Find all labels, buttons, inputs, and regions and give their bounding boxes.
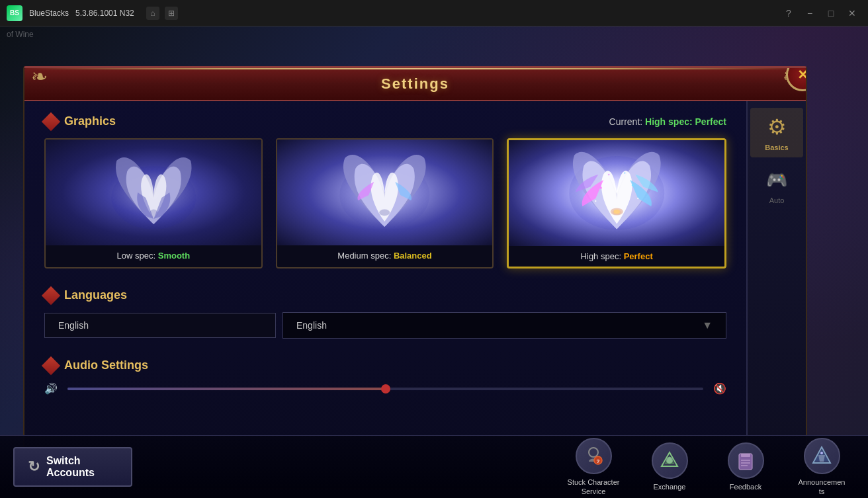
graphics-section: Graphics Current: High spec: Perfect bbox=[44, 114, 726, 269]
basics-gear-icon: ⚙ bbox=[763, 114, 790, 140]
graphics-card-high[interactable]: High spec: Perfect bbox=[507, 138, 726, 269]
svg-point-7 bbox=[600, 187, 602, 188]
svg-point-6 bbox=[613, 210, 620, 214]
exchange-icon bbox=[652, 442, 688, 479]
stuck-character-label: Stuck CharacterService bbox=[568, 477, 620, 497]
exchange-label: Exchange bbox=[654, 482, 686, 491]
svg-point-9 bbox=[595, 200, 596, 202]
auto-icon: 🎮 bbox=[763, 167, 790, 193]
sidebar-item-basics[interactable]: ⚙ Basics bbox=[750, 108, 803, 157]
stuck-character-icon: ? bbox=[576, 438, 612, 474]
audio-slider-thumb[interactable] bbox=[381, 384, 390, 394]
language-current-display: English bbox=[44, 313, 276, 338]
svg-point-10 bbox=[637, 198, 638, 199]
ornament-left: ❧ bbox=[31, 66, 48, 88]
close-button[interactable]: ✕ bbox=[843, 4, 861, 22]
svg-point-18 bbox=[666, 457, 673, 464]
card-label-low-value: Smooth bbox=[158, 251, 190, 261]
card-label-high-value: Perfect bbox=[624, 251, 653, 261]
graphics-title: Graphics bbox=[64, 114, 116, 128]
language-row: English English ▼ bbox=[44, 312, 726, 339]
basics-label: Basics bbox=[765, 144, 788, 151]
svg-rect-20 bbox=[741, 454, 750, 457]
feedback-button[interactable]: Feedback bbox=[713, 439, 779, 495]
settings-modal: ❧ Settings ❧ ✕ Graphics Current: bbox=[23, 66, 807, 489]
graphics-card-medium[interactable]: Medium spec: Balanced bbox=[276, 138, 494, 269]
card-label-high-prefix: High spec: bbox=[581, 251, 624, 261]
audio-slider-track[interactable] bbox=[67, 388, 703, 390]
game-top-bar: of Wine bbox=[7, 30, 34, 39]
audio-diamond-icon bbox=[42, 356, 60, 374]
svg-point-26 bbox=[820, 452, 823, 454]
wing-art-medium bbox=[277, 140, 493, 245]
help-button[interactable]: ? bbox=[779, 4, 798, 22]
current-spec-value: High spec: Perfect bbox=[645, 116, 726, 127]
announcements-button[interactable]: Announcements bbox=[789, 435, 855, 498]
svg-point-3 bbox=[380, 210, 390, 216]
wing-art-low bbox=[46, 140, 261, 245]
card-label-low: Low spec: Smooth bbox=[46, 245, 261, 266]
graphics-card-low[interactable]: Low spec: Smooth bbox=[44, 138, 263, 269]
feedback-icon bbox=[728, 442, 764, 479]
bluestacks-logo: BS bbox=[7, 5, 22, 21]
gear-icon: ⚙ bbox=[767, 114, 787, 140]
refresh-icon: ↻ bbox=[28, 458, 40, 476]
game-background: of Wine ❧ Settings ❧ ✕ Graphics bbox=[0, 26, 868, 498]
settings-sidebar: ⚙ Basics 🎮 Auto bbox=[746, 101, 806, 488]
current-spec-display: Current: High spec: Perfect bbox=[609, 116, 726, 127]
maximize-button[interactable]: □ bbox=[822, 4, 840, 22]
card-image-low bbox=[46, 140, 261, 245]
sidebar-item-auto[interactable]: 🎮 Auto bbox=[750, 161, 803, 210]
card-label-medium-value: Balanced bbox=[394, 251, 432, 261]
svg-point-8 bbox=[632, 184, 634, 186]
languages-title: Languages bbox=[64, 288, 127, 302]
audio-section: Audio Settings 🔊 🔇 bbox=[44, 358, 726, 395]
languages-section: Languages English English ▼ bbox=[44, 288, 726, 339]
joystick-icon: 🎮 bbox=[766, 170, 787, 190]
audio-title: Audio Settings bbox=[64, 358, 148, 372]
game-label: of Wine bbox=[7, 30, 34, 39]
settings-main-panel: Graphics Current: High spec: Perfect bbox=[24, 101, 746, 488]
graphics-header-row: Graphics Current: High spec: Perfect bbox=[44, 114, 726, 128]
announcements-label: Announcements bbox=[799, 477, 846, 497]
card-label-medium-prefix: Medium spec: bbox=[337, 251, 394, 261]
graphics-section-header: Graphics bbox=[44, 114, 116, 128]
exchange-button[interactable]: Exchange bbox=[636, 439, 703, 495]
audio-speaker-icon: 🔊 bbox=[44, 382, 58, 395]
settings-content: Graphics Current: High spec: Perfect bbox=[24, 101, 806, 488]
app-title: BlueStacks bbox=[29, 9, 69, 18]
card-image-medium bbox=[277, 140, 493, 245]
home-icon[interactable]: ⌂ bbox=[146, 7, 159, 20]
svg-text:?: ? bbox=[597, 458, 600, 464]
audio-slider-row: 🔊 🔇 bbox=[44, 382, 726, 395]
multi-icon[interactable]: ⊞ bbox=[165, 7, 178, 20]
app-version: 5.3.86.1001 N32 bbox=[75, 9, 134, 18]
feedback-label: Feedback bbox=[730, 482, 761, 491]
switch-accounts-label: SwitchAccounts bbox=[46, 455, 95, 479]
svg-point-11 bbox=[608, 174, 609, 175]
card-label-high: High spec: Perfect bbox=[509, 246, 724, 267]
svg-point-13 bbox=[589, 448, 598, 457]
audio-section-header: Audio Settings bbox=[44, 358, 726, 372]
wing-art-high bbox=[509, 140, 724, 246]
dropdown-arrow-icon: ▼ bbox=[702, 319, 713, 331]
announcements-icon bbox=[804, 438, 840, 474]
svg-point-12 bbox=[624, 172, 625, 173]
card-image-high bbox=[509, 140, 724, 246]
audio-slider-fill bbox=[67, 388, 386, 390]
current-spec-label: Current: bbox=[609, 116, 643, 127]
language-dropdown[interactable]: English ▼ bbox=[282, 312, 726, 339]
languages-diamond-icon bbox=[42, 286, 60, 304]
graphics-diamond-icon bbox=[42, 112, 60, 130]
switch-accounts-button[interactable]: ↻ SwitchAccounts bbox=[13, 447, 132, 487]
auto-label: Auto bbox=[769, 196, 785, 204]
minimize-button[interactable]: − bbox=[801, 4, 819, 22]
language-selected-value: English bbox=[296, 320, 327, 331]
card-label-medium: Medium spec: Balanced bbox=[277, 245, 493, 266]
graphics-cards-container: Low spec: Smooth bbox=[44, 138, 726, 269]
bottom-bar: ↻ SwitchAccounts ? Stuck CharacterServic… bbox=[0, 435, 868, 498]
settings-title: Settings bbox=[381, 75, 449, 93]
card-label-low-prefix: Low spec: bbox=[117, 251, 158, 261]
settings-header: ❧ Settings ❧ ✕ bbox=[24, 68, 806, 101]
stuck-character-button[interactable]: ? Stuck CharacterService bbox=[560, 435, 627, 498]
